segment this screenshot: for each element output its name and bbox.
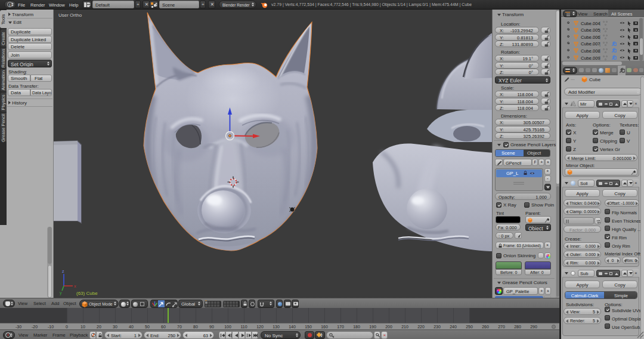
svg-text:(63) Cube: (63) Cube	[76, 291, 98, 296]
svg-text:User Ortho: User Ortho	[58, 13, 82, 18]
svg-text:x: x	[74, 284, 76, 288]
svg-text:y: y	[60, 291, 62, 295]
svg-text:z: z	[62, 269, 64, 273]
